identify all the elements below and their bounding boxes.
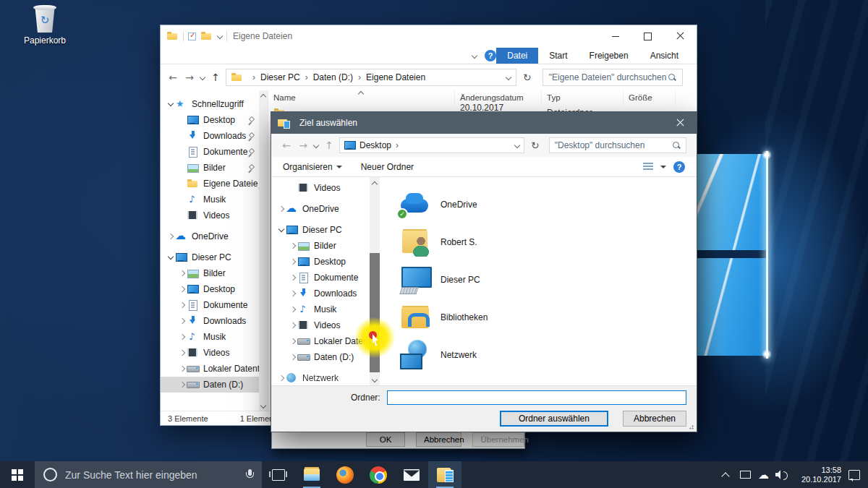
sidebar-item[interactable]: Dokumente — [161, 297, 259, 313]
onedrive-tray-icon[interactable]: ☁ — [758, 469, 769, 481]
dialog-button[interactable]: Übernehmen — [472, 432, 524, 447]
sidebar-item[interactable]: Musik — [161, 329, 259, 345]
scroll-down-icon[interactable] — [260, 403, 266, 408]
refresh-icon[interactable]: ↻ — [528, 140, 542, 151]
taskbar-app[interactable] — [362, 461, 395, 488]
new-folder-button[interactable]: Neuer Ordner — [361, 162, 414, 172]
taskbar-app[interactable] — [295, 461, 328, 488]
network-icon[interactable] — [739, 469, 752, 481]
ribbon-collapse-icon[interactable] — [472, 53, 477, 59]
close-button[interactable] — [664, 112, 697, 134]
organize-menu[interactable]: Organisieren — [283, 162, 342, 172]
sidebar-item[interactable]: Downloads — [161, 313, 259, 329]
address-bar[interactable]: Desktop › — [339, 137, 524, 153]
recycle-bin[interactable]: ↻ Papierkorb — [17, 4, 72, 46]
folder-list-item[interactable]: Robert S. — [399, 223, 697, 261]
resize-grip[interactable] — [689, 424, 694, 430]
dialog-button[interactable]: OK — [366, 432, 405, 447]
tree-item[interactable]: OneDrive — [271, 201, 370, 217]
volume-icon[interactable] — [775, 469, 788, 481]
select-folder-button[interactable]: Ordner auswählen — [500, 411, 608, 427]
sidebar-item[interactable]: Daten (D:) — [161, 377, 259, 393]
tree-item[interactable]: Downloads — [271, 286, 370, 301]
forward-button[interactable]: → — [183, 72, 196, 83]
folder-name-input[interactable] — [387, 390, 686, 405]
expander-icon[interactable] — [289, 273, 297, 282]
ribbon-tab[interactable]: Freigeben — [579, 48, 639, 64]
expander-icon[interactable] — [178, 380, 187, 389]
expander-icon[interactable] — [277, 374, 286, 382]
help-icon[interactable] — [673, 161, 685, 173]
folder-list-item[interactable]: Dieser PC — [399, 261, 697, 299]
back-button[interactable]: ← — [166, 72, 179, 83]
refresh-icon[interactable]: ↻ — [520, 72, 535, 83]
tree-item[interactable]: Lokaler Datenträ — [271, 333, 370, 349]
action-center-icon[interactable] — [848, 469, 861, 481]
start-button[interactable] — [0, 461, 35, 488]
qat-customize-icon[interactable] — [217, 33, 223, 39]
expander-icon[interactable] — [166, 232, 175, 241]
breadcrumb-item[interactable]: Desktop — [359, 140, 391, 150]
help-icon[interactable] — [485, 50, 496, 61]
ribbon-tab[interactable]: Start — [538, 48, 578, 64]
back-button[interactable]: ← — [280, 140, 293, 151]
tree-item[interactable]: Bilder — [271, 238, 370, 254]
expander-icon[interactable] — [277, 205, 286, 213]
expander-icon[interactable] — [178, 269, 187, 278]
view-mode-icon[interactable] — [643, 163, 653, 171]
sidebar-item[interactable]: Musik — [161, 192, 259, 207]
taskbar-app[interactable] — [328, 461, 362, 488]
up-button[interactable]: ↑ — [323, 140, 336, 151]
ribbon-tab[interactable]: Ansicht — [639, 48, 689, 64]
expander-icon[interactable] — [289, 353, 297, 361]
expander-icon[interactable] — [166, 100, 175, 108]
taskbar-app[interactable] — [428, 461, 461, 488]
scrollbar-thumb[interactable] — [370, 253, 380, 372]
tree-scrollbar[interactable] — [370, 177, 380, 385]
folder-list-item[interactable]: Netzwerk — [399, 336, 697, 374]
tree-item[interactable]: Videos — [271, 180, 370, 196]
expander-icon[interactable] — [178, 285, 187, 294]
minimize-button[interactable] — [599, 25, 631, 47]
expander-icon[interactable] — [178, 348, 187, 357]
sidebar-item[interactable]: Lokaler Datenträ — [161, 361, 259, 377]
expander-icon[interactable] — [178, 301, 187, 309]
breadcrumb-chevron[interactable]: › — [396, 140, 399, 150]
taskbar-search[interactable]: Zur Suche Text hier eingeben — [35, 461, 262, 488]
search-box[interactable]: "Eigene Dateien" durchsuchen — [542, 69, 683, 86]
taskbar-app[interactable] — [395, 461, 428, 488]
expander-icon[interactable] — [178, 333, 187, 341]
taskbar-app[interactable] — [262, 461, 295, 488]
scroll-up-icon[interactable] — [260, 93, 266, 98]
expander-icon[interactable] — [178, 364, 187, 373]
expander-icon[interactable] — [277, 226, 286, 234]
sidebar-item[interactable]: Videos — [161, 345, 259, 361]
tree-item[interactable]: Netzwerk — [271, 370, 370, 385]
column-header[interactable]: Typ — [542, 90, 624, 105]
address-dropdown-icon[interactable] — [514, 142, 520, 148]
sidebar-item[interactable]: Downloads — [161, 128, 259, 144]
clock[interactable]: 13:58 20.10.2017 — [795, 466, 841, 484]
scroll-up-icon[interactable] — [372, 180, 378, 186]
microphone-icon[interactable] — [246, 469, 253, 480]
breadcrumb-item[interactable]: Daten (D:) — [300, 72, 353, 82]
cancel-button[interactable]: Abbrechen — [623, 411, 686, 427]
sidebar-scrollbar[interactable] — [259, 90, 268, 411]
recent-locations-icon[interactable] — [313, 142, 319, 148]
folder-list-item[interactable]: OneDrive — [399, 186, 697, 223]
sidebar-item[interactable]: Schnellzugriff — [161, 96, 259, 112]
tree-item[interactable]: Desktop — [271, 254, 370, 270]
recent-locations-icon[interactable] — [200, 74, 205, 80]
address-dropdown-icon[interactable] — [506, 74, 511, 80]
expander-icon[interactable] — [289, 289, 297, 298]
column-header[interactable]: Größe — [624, 90, 676, 105]
new-folder-qat-icon[interactable] — [200, 30, 213, 42]
tree-item[interactable]: Videos — [271, 317, 370, 333]
breadcrumb-item[interactable]: Dieser PC — [247, 72, 300, 82]
expander-icon[interactable] — [289, 257, 297, 266]
sidebar-item[interactable]: Dieser PC — [161, 249, 259, 265]
breadcrumb-item[interactable]: Eigene Dateien — [353, 72, 425, 82]
sidebar-item[interactable]: Bilder — [161, 160, 259, 176]
tree-item[interactable]: Daten (D:) — [271, 349, 370, 365]
tree-item[interactable]: Dieser PC — [271, 222, 370, 238]
